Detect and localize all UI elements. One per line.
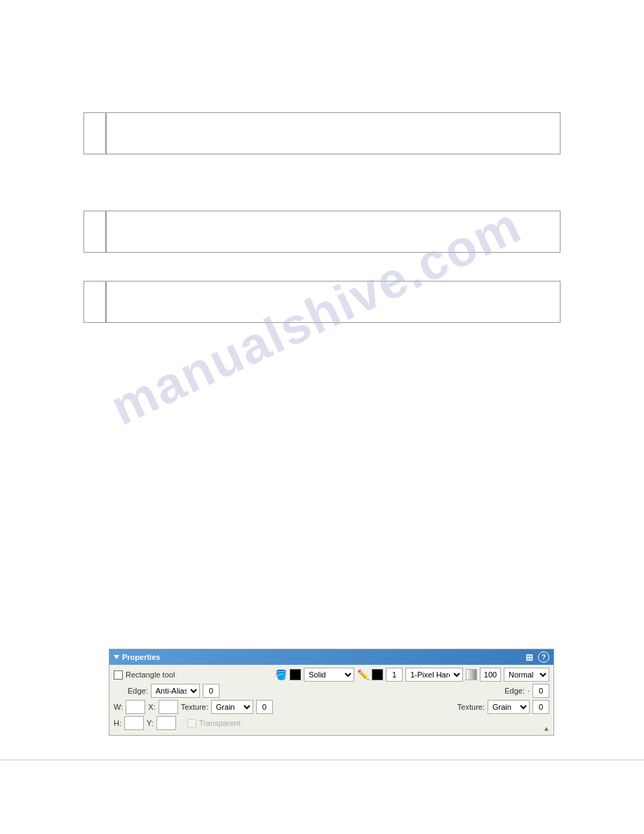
fill-edge-label: Edge: <box>128 687 148 695</box>
fill-texture-label: Texture: <box>181 703 208 711</box>
rectangle-tool-checkbox[interactable] <box>114 670 123 680</box>
prop-row-3: W: X: Texture: Grain Texture: Grain <box>114 700 549 714</box>
stroke-size-input[interactable] <box>386 668 403 682</box>
image-row-1 <box>83 112 561 154</box>
properties-panel: Properties ⊞ ? Rectangle tool 🪣 <box>109 649 554 736</box>
image-area-1 <box>106 112 561 154</box>
y-input[interactable] <box>156 716 176 730</box>
fill-texture-num-input[interactable] <box>256 700 273 714</box>
properties-title: Properties <box>122 653 160 661</box>
rectangle-tool-label: Rectangle tool <box>126 670 175 679</box>
h-input[interactable] <box>124 716 144 730</box>
properties-body: Rectangle tool 🪣 Solid ✏️ <box>109 665 554 735</box>
fill-edge-num-input[interactable] <box>203 684 220 698</box>
properties-title-bar: Properties ⊞ ? <box>109 649 554 665</box>
fill-color-swatch[interactable] <box>290 669 301 680</box>
properties-title-left: Properties <box>114 653 160 661</box>
stroke-edge-label: Edge: <box>504 687 525 695</box>
fill-edge-select[interactable]: Anti-Alias <box>151 684 200 698</box>
resize-handle[interactable]: ▲ <box>542 724 551 732</box>
prop-row-4: H: Y: Transparent <box>114 716 549 730</box>
fill-texture-select[interactable]: Grain <box>211 700 253 714</box>
stroke-texture-label: Texture: <box>457 703 485 711</box>
stroke-edge-num-input[interactable] <box>532 684 549 698</box>
page-content: manualshive.com Properties ⊞ <box>0 0 644 834</box>
stroke-edge-dot: · <box>528 687 530 695</box>
grid-icon[interactable]: ⊞ <box>524 652 534 662</box>
stroke-type-select[interactable]: 1-Pixel Hard <box>405 668 463 682</box>
image-row-3 <box>83 281 561 323</box>
color-square-3 <box>83 281 106 323</box>
image-area-2 <box>106 211 561 253</box>
x-input[interactable] <box>159 700 178 714</box>
stroke-texture-select[interactable]: Grain <box>488 700 530 714</box>
blend-mode-select[interactable]: Normal <box>504 668 549 682</box>
bottom-line <box>0 760 644 760</box>
prop-row-2: Edge: Anti-Alias Edge: · <box>114 684 549 698</box>
stroke-color-swatch[interactable] <box>372 669 383 680</box>
transparent-checkbox <box>187 719 196 728</box>
prop-row-1: Rectangle tool 🪣 Solid ✏️ <box>114 668 549 682</box>
help-icon[interactable]: ? <box>538 651 549 663</box>
y-label: Y: <box>147 719 154 727</box>
collapse-icon[interactable] <box>114 655 119 659</box>
w-label: W: <box>114 703 123 711</box>
stroke-pencil-icon: ✏️ <box>357 669 369 680</box>
color-square-2 <box>83 211 106 253</box>
fill-type-select[interactable]: Solid <box>304 668 354 682</box>
image-row-2 <box>83 211 561 253</box>
transparent-label: Transparent <box>199 719 241 727</box>
opacity-input[interactable] <box>480 668 501 682</box>
w-input[interactable] <box>126 700 145 714</box>
paint-bucket-icon: 🪣 <box>275 669 287 680</box>
h-label: H: <box>114 719 121 727</box>
stroke-texture-num-input[interactable] <box>532 700 549 714</box>
opacity-icon <box>466 669 477 680</box>
color-square-1 <box>83 112 106 154</box>
x-label: X: <box>148 703 155 711</box>
image-area-3 <box>106 281 561 323</box>
